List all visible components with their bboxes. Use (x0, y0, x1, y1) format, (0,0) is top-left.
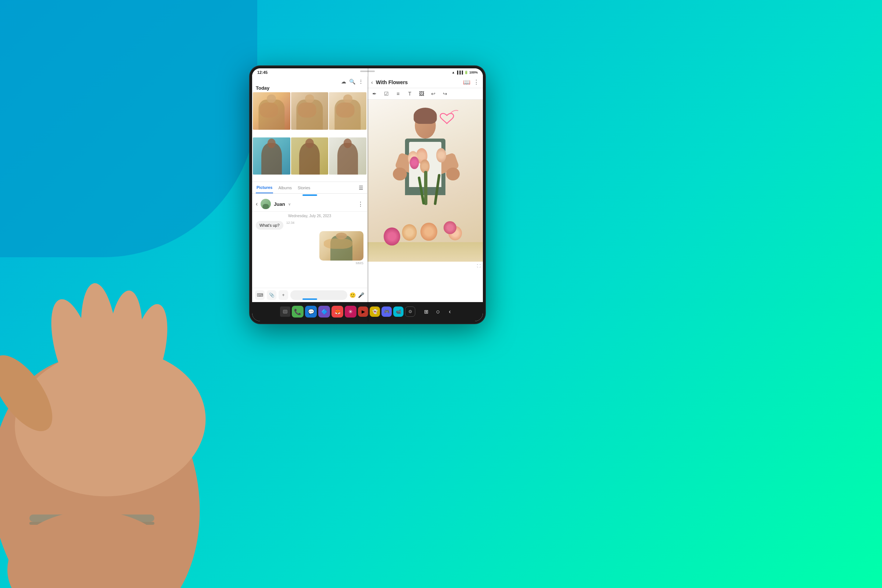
settings-app-icon[interactable]: ⚙ (405, 306, 415, 317)
emoji-icon[interactable]: 🙂 (350, 292, 356, 298)
gallery-search-icon[interactable]: 🔍 (349, 79, 356, 84)
tab-pictures[interactable]: Pictures (256, 182, 273, 193)
gallery-section: ☁ 🔍 ⋮ Today (252, 76, 367, 194)
photo-5-person (300, 143, 320, 175)
fold-line (368, 68, 369, 321)
photo-4[interactable] (253, 138, 290, 175)
discord-app-icon[interactable]: 🎮 (381, 306, 392, 317)
photo-5[interactable] (291, 138, 328, 175)
duo-app-icon[interactable]: 📹 (393, 306, 404, 317)
notes-header: ‹ With Flowers 📖 ⋮ (368, 76, 483, 88)
redo-tool[interactable]: ↪ (441, 90, 449, 98)
tab-stories[interactable]: Stories (297, 182, 311, 193)
checkbox-tool[interactable]: ☑ (382, 90, 390, 98)
notes-title: With Flowers (376, 80, 460, 85)
snapchat-app-icon[interactable]: 👻 (370, 306, 380, 317)
photo-1[interactable] (253, 92, 290, 130)
voice-icon[interactable]: 🎤 (358, 292, 364, 298)
photo-1-person (258, 100, 285, 129)
gallery-tab-menu-icon[interactable]: ☰ (358, 185, 363, 191)
tab-albums[interactable]: Albums (278, 182, 292, 193)
swipe-bar (303, 194, 317, 196)
home-system-btn[interactable]: ○ (433, 306, 443, 317)
gallery-toolbar: ☁ 🔍 ⋮ (252, 76, 367, 85)
text-align-tool[interactable]: ≡ (394, 90, 402, 98)
photo-3[interactable] (329, 92, 366, 130)
mms-label: MMS (320, 261, 363, 265)
left-panel: ☁ 🔍 ⋮ Today (252, 76, 368, 302)
wifi-icon: ▲ (452, 70, 455, 74)
messages-app-icon[interactable]: 💬 (305, 306, 317, 318)
text-tool[interactable]: T (406, 90, 414, 98)
right-panel: ‹ With Flowers 📖 ⋮ ✒ ☑ ≡ T 🖼 ↩ ↪ (368, 76, 483, 302)
mms-image[interactable] (320, 231, 363, 261)
photo-6[interactable] (329, 138, 366, 175)
browser-app-icon[interactable]: 🦊 (332, 306, 343, 318)
photo-grid (252, 92, 367, 182)
message-thread: What's up? 12:34 MM (252, 220, 367, 266)
message-timestamp: 12:34 (286, 221, 295, 225)
cloud-icon[interactable]: ☁ (341, 79, 346, 84)
notes-more-icon[interactable]: ⋮ (473, 79, 479, 86)
back-system-btn[interactable]: ‹ (445, 306, 455, 317)
notes-content: ⛶ (368, 100, 483, 302)
drag-handle-bottom (303, 298, 317, 300)
contact-avatar (261, 199, 271, 209)
phone-app-icon[interactable]: 📞 (292, 306, 303, 318)
samsung-foldable-device: 12:45 ▲ ▐▐▐ 🔋 100% ☁ 🔍 ⋮ Today (250, 66, 485, 323)
signal-icon: ▐▐▐ (456, 70, 463, 74)
image-tool[interactable]: 🖼 (417, 90, 426, 98)
messages-more-icon[interactable]: ⋮ (358, 201, 363, 208)
message-bubble-whatsup: What's up? (256, 221, 284, 230)
contact-chevron-icon: ∨ (288, 202, 291, 206)
plus-icon-btn[interactable]: + (279, 290, 288, 300)
mms-image-container: MMS (320, 231, 363, 265)
messages-header: ‹ Juan ∨ ⋮ (252, 196, 367, 212)
clock-app-icon[interactable]: ✳ (345, 306, 357, 318)
status-time: 12:45 (257, 70, 267, 75)
battery-percent: 100% (469, 70, 478, 74)
message-date: Wednesday, July 26, 2023 (252, 212, 367, 220)
samsung-store-icon[interactable]: 🔷 (318, 306, 330, 318)
notes-toolbar: ✒ ☑ ≡ T 🖼 ↩ ↪ (368, 88, 483, 100)
gallery-tabs: Pictures Albums Stories ☰ (252, 182, 367, 193)
recents-system-btn[interactable]: ⊞ (421, 306, 432, 317)
status-icons: ▲ ▐▐▐ 🔋 100% (452, 70, 478, 74)
photo-2-person (297, 100, 322, 129)
recent-apps-thumbnail[interactable] (280, 306, 290, 317)
photo-2[interactable] (291, 92, 328, 130)
battery-icon: 🔋 (464, 70, 468, 74)
keyboard-icon-btn[interactable]: ⌨ (255, 290, 265, 300)
contact-name: Juan (274, 201, 285, 207)
photo-6-person (338, 143, 358, 175)
notes-writing-area[interactable]: ⛶ (368, 262, 483, 280)
gallery-today-label: Today (252, 85, 367, 92)
pen-tool[interactable]: ✒ (370, 90, 378, 98)
photo-4-person (261, 143, 282, 175)
messages-section: ‹ Juan ∨ ⋮ Wednesday, July 26, 2023 What… (252, 196, 367, 302)
notes-back-button[interactable]: ‹ (371, 80, 373, 85)
messages-back-button[interactable]: ‹ (256, 201, 258, 207)
message-text-input[interactable] (290, 290, 347, 300)
notes-book-icon[interactable]: 📖 (463, 79, 470, 86)
notes-resize-icon: ⛶ (477, 264, 481, 268)
attach-icon-btn[interactable]: 📎 (267, 290, 276, 300)
device-screen: 12:45 ▲ ▐▐▐ 🔋 100% ☁ 🔍 ⋮ Today (252, 68, 483, 321)
gallery-more-icon[interactable]: ⋮ (358, 79, 363, 84)
flower-image (368, 100, 483, 262)
messages-input-bar: ⌨ 📎 + 🙂 🎤 (252, 288, 367, 302)
undo-tool[interactable]: ↩ (429, 90, 437, 98)
photo-3-person (335, 100, 361, 129)
youtube-app-icon[interactable]: ▶ (358, 306, 368, 317)
